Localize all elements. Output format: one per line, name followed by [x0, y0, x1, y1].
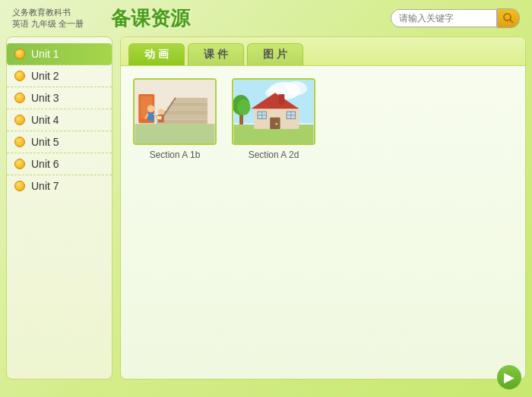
sidebar-item-unit3[interactable]: Unit 3	[7, 87, 112, 109]
sidebar-item-label: Unit 2	[31, 70, 59, 82]
sidebar-item-label: Unit 3	[31, 92, 59, 104]
sidebar-item-unit4[interactable]: Unit 4	[7, 109, 112, 131]
media-item-section-a-1b[interactable]: Section A 1b	[133, 78, 217, 160]
tab-animation[interactable]: 动 画	[128, 43, 185, 65]
media-thumbnail-section-a-2d	[232, 78, 315, 145]
media-label-section-a-2d: Section A 2d	[249, 150, 299, 160]
svg-rect-4	[157, 120, 207, 124]
svg-rect-8	[171, 102, 207, 107]
bullet-icon	[14, 49, 25, 59]
svg-point-34	[275, 123, 277, 125]
bullet-icon	[14, 181, 25, 191]
svg-rect-33	[270, 118, 280, 129]
scene-svg	[135, 80, 215, 143]
sidebar-item-unit1[interactable]: Unit 1	[7, 43, 112, 65]
search-button[interactable]	[497, 8, 520, 28]
bullet-icon	[14, 71, 25, 81]
svg-rect-32	[279, 94, 285, 104]
svg-rect-7	[167, 106, 207, 111]
main-container: Unit 1Unit 2Unit 3Unit 4Unit 5Unit 6Unit…	[0, 36, 532, 386]
svg-rect-9	[175, 98, 207, 102]
tab-pictures[interactable]: 图 片	[247, 43, 303, 65]
sidebar-item-label: Unit 7	[31, 180, 59, 192]
svg-point-28	[237, 99, 250, 115]
tab-courseware[interactable]: 课 件	[188, 43, 244, 65]
svg-rect-21	[157, 116, 162, 120]
search-bar	[391, 8, 520, 28]
media-item-section-a-2d[interactable]: Section A 2d	[232, 78, 315, 160]
svg-rect-16	[148, 112, 154, 121]
media-label-section-a-1b: Section A 1b	[150, 150, 201, 160]
sidebar-item-unit5[interactable]: Unit 5	[7, 131, 112, 153]
sidebar-item-unit7[interactable]: Unit 7	[7, 175, 112, 197]
scene-svg	[233, 80, 314, 143]
content-area: 动 画课 件图 片	[120, 36, 526, 380]
svg-rect-11	[135, 124, 215, 143]
header-subtitle: 义务教育教科书 英语 九年级 全一册	[12, 7, 84, 30]
search-icon	[502, 12, 515, 24]
tabs-bar: 动 画课 件图 片	[121, 37, 525, 66]
sidebar-item-label: Unit 1	[31, 48, 59, 60]
search-input[interactable]	[391, 9, 497, 27]
page-title: 备课资源	[111, 5, 190, 32]
svg-point-19	[158, 109, 164, 115]
header: 义务教育教科书 英语 九年级 全一册 备课资源	[0, 0, 532, 36]
svg-point-0	[504, 14, 511, 20]
bullet-icon	[14, 159, 25, 169]
bullet-icon	[14, 137, 25, 147]
forward-button[interactable]: ▶	[497, 365, 521, 389]
bullet-icon	[14, 93, 25, 103]
sidebar-item-label: Unit 5	[31, 136, 59, 148]
media-thumbnail-section-a-1b	[133, 78, 217, 145]
sidebar-item-unit6[interactable]: Unit 6	[7, 153, 112, 175]
svg-point-24	[283, 81, 307, 96]
svg-line-1	[510, 20, 513, 23]
svg-rect-5	[160, 115, 207, 120]
bullet-icon	[14, 115, 25, 125]
sidebar-item-label: Unit 4	[31, 114, 59, 126]
svg-point-15	[147, 105, 155, 112]
sidebar: Unit 1Unit 2Unit 3Unit 4Unit 5Unit 6Unit…	[6, 36, 112, 380]
media-grid: Section A 1b	[121, 66, 525, 379]
sidebar-item-unit2[interactable]: Unit 2	[7, 65, 112, 87]
sidebar-item-label: Unit 6	[31, 158, 59, 170]
svg-rect-6	[164, 111, 207, 115]
